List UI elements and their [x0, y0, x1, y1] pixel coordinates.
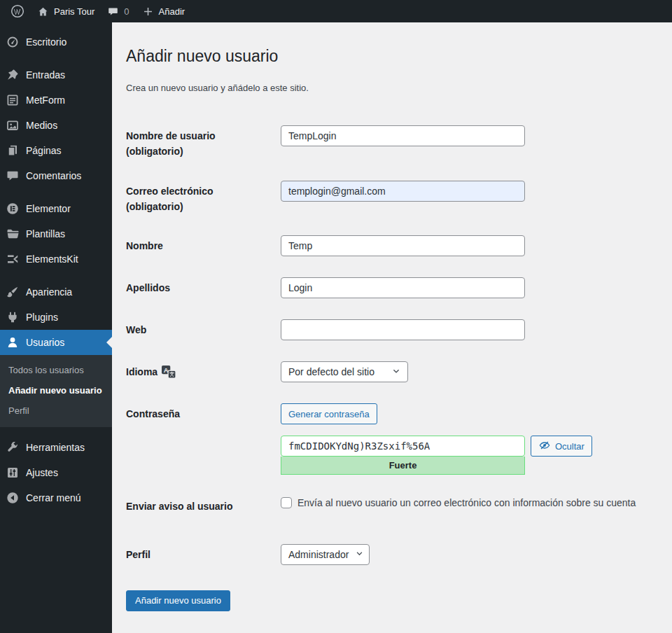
sidebar-item-medios[interactable]: Medios	[0, 113, 112, 138]
role-row: Perfil Administrador	[126, 544, 658, 565]
templates-folder-icon	[6, 227, 20, 241]
pin-icon	[6, 68, 20, 82]
submit-row: Añadir nuevo usuario	[126, 590, 658, 611]
plus-icon	[142, 6, 154, 18]
language-select-value: Por defecto del sitio	[288, 366, 374, 377]
sidebar-item-label: MetForm	[26, 94, 65, 106]
language-select[interactable]: Por defecto del sitio	[281, 361, 408, 382]
site-name: Paris Tour	[54, 6, 94, 17]
sidebar-item-ajustes[interactable]: Ajustes	[0, 460, 112, 485]
password-row: Contraseña Generar contraseña Fuerte	[126, 403, 658, 475]
password-input[interactable]	[281, 436, 525, 457]
send-notification-checkbox[interactable]	[281, 497, 292, 508]
sidebar-item-usuarios[interactable]: Usuarios	[0, 330, 112, 355]
email-input[interactable]	[281, 181, 525, 202]
send-notification-label: Enviar aviso al usuario	[126, 496, 281, 514]
translation-icon: A	[161, 365, 176, 379]
menu-separator	[0, 272, 112, 279]
language-row: Idioma A Por defecto del sitio	[126, 361, 658, 382]
required-note: (obligatorio)	[126, 199, 281, 214]
sidebar-item-comentarios[interactable]: Comentarios	[0, 163, 112, 188]
eye-hidden-icon	[538, 439, 551, 454]
hide-password-button[interactable]: Ocultar	[531, 436, 592, 457]
sidebar-item-herramientas[interactable]: Herramientas	[0, 435, 112, 460]
sidebar-item-paginas[interactable]: Páginas	[0, 138, 112, 163]
media-icon	[6, 118, 20, 132]
sidebar-item-label: Plugins	[26, 311, 58, 324]
comments-icon	[6, 169, 20, 183]
wordpress-logo-icon	[10, 4, 24, 18]
required-note: (obligatorio)	[126, 144, 281, 159]
sidebar-item-label: Apariencia	[26, 286, 72, 298]
username-row: Nombre de usuario (obligatorio)	[126, 125, 658, 160]
sidebar-item-apariencia[interactable]: Apariencia	[0, 279, 112, 305]
submenu-item-todos-los-usuarios[interactable]: Todos los usuarios	[0, 360, 112, 380]
new-content-menu[interactable]: Añadir	[136, 0, 192, 22]
sidebar-item-cerrar-menu[interactable]: Cerrar menú	[0, 485, 112, 510]
sidebar-item-label: Plantillas	[26, 228, 65, 240]
website-label: Web	[126, 319, 281, 340]
settings-sliders-icon	[6, 466, 20, 480]
last-name-row: Apellidos	[126, 277, 658, 298]
sidebar-item-label: Entradas	[26, 69, 65, 81]
sidebar-item-label: Usuarios	[26, 336, 64, 349]
email-label: Correo electrónico (obligatorio)	[126, 181, 281, 215]
sidebar-item-label: Herramientas	[26, 441, 85, 454]
send-notification-description: Envía al nuevo usuario un correo electró…	[298, 497, 636, 509]
sidebar-item-label: Cerrar menú	[26, 492, 81, 504]
users-icon	[6, 335, 20, 349]
first-name-row: Nombre	[126, 235, 658, 256]
tools-wrench-icon	[6, 440, 20, 454]
website-input[interactable]	[281, 319, 525, 340]
elementskit-icon	[6, 252, 20, 266]
website-row: Web	[126, 319, 658, 340]
home-icon	[37, 6, 49, 18]
menu-separator	[0, 55, 112, 62]
menu-separator	[0, 427, 112, 435]
last-name-input[interactable]	[281, 277, 525, 298]
sidebar-item-label: Ajustes	[26, 466, 58, 479]
username-input[interactable]	[281, 125, 525, 146]
last-name-label: Apellidos	[126, 277, 281, 298]
submenu-item-perfil[interactable]: Perfil	[0, 401, 112, 421]
page-subtitle: Crea un nuevo usuario y añádelo a este s…	[126, 83, 658, 93]
hide-password-label: Ocultar	[555, 441, 584, 452]
sidebar-item-plugins[interactable]: Plugins	[0, 305, 112, 330]
username-label: Nombre de usuario (obligatorio)	[126, 125, 281, 160]
sidebar-item-label: Comentarios	[26, 169, 81, 182]
plugin-icon	[6, 310, 20, 324]
submenu-item-anadir-nuevo-usuario[interactable]: Añadir nuevo usuario	[0, 380, 112, 401]
comments-menu[interactable]: 0	[101, 0, 135, 22]
sidebar-item-metform[interactable]: MetForm	[0, 88, 112, 113]
appearance-brush-icon	[6, 285, 20, 299]
sidebar-item-escritorio[interactable]: Escritorio	[0, 29, 112, 55]
sidebar-item-entradas[interactable]: Entradas	[0, 62, 112, 88]
sidebar-item-elementskit[interactable]: ElementsKit	[0, 246, 112, 272]
chevron-down-icon	[391, 366, 402, 379]
menu-separator	[0, 188, 112, 196]
first-name-label: Nombre	[126, 235, 281, 256]
sidebar-item-label: Elementor	[26, 202, 71, 215]
generate-password-button[interactable]: Generar contraseña	[281, 403, 377, 424]
send-notification-row: Enviar aviso al usuario Envía al nuevo u…	[126, 496, 658, 514]
comment-bubble-icon	[107, 6, 119, 18]
comments-count: 0	[124, 6, 129, 17]
dashboard-icon	[6, 35, 20, 49]
sidebar-item-elementor[interactable]: Elementor	[0, 196, 112, 221]
wordpress-logo-menu[interactable]	[4, 0, 31, 22]
sidebar-item-plantillas[interactable]: Plantillas	[0, 221, 112, 246]
site-name-menu[interactable]: Paris Tour	[31, 0, 101, 22]
users-submenu: Todos los usuarios Añadir nuevo usuario …	[0, 355, 112, 427]
role-select[interactable]: Administrador	[281, 544, 370, 565]
sidebar-item-label: Escritorio	[26, 36, 66, 48]
page-title: Añadir nuevo usuario	[126, 46, 658, 67]
language-label: Idioma A	[126, 361, 281, 382]
first-name-input[interactable]	[281, 235, 525, 256]
pages-icon	[6, 144, 20, 158]
main-content: Añadir nuevo usuario Crea un nuevo usuar…	[112, 22, 672, 633]
sidebar-item-label: ElementsKit	[26, 253, 78, 265]
sidebar-item-label: Páginas	[26, 144, 62, 157]
role-select-value: Administrador	[288, 549, 349, 560]
add-user-submit-button[interactable]: Añadir nuevo usuario	[126, 590, 230, 611]
email-row: Correo electrónico (obligatorio)	[126, 181, 658, 215]
